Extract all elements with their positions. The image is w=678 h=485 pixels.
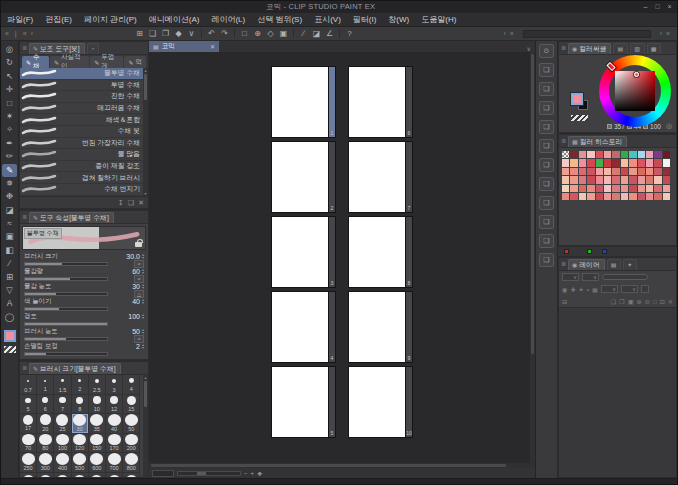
material-palette-manga-icon[interactable]: ❏ (539, 101, 554, 115)
color-swatch[interactable] (604, 176, 611, 183)
value-spinner[interactable]: ▴▾ (142, 343, 144, 350)
brush-stroke-preview[interactable]: 불투명 수채 (22, 226, 146, 250)
approx-color-tab[interactable]: ▦ (647, 43, 662, 54)
reselect-icon[interactable]: ⊕ (251, 29, 264, 38)
value-spinner[interactable]: ▴▾ (142, 298, 144, 305)
brush-size-cell[interactable]: 70 (20, 434, 37, 454)
brush-size-cell[interactable]: 80 (37, 434, 54, 454)
brush-size-cell[interactable]: 3 (106, 375, 123, 395)
color-swatch[interactable] (663, 185, 670, 192)
scroll-up-icon[interactable]: ▴ (143, 375, 148, 380)
color-slider-tab[interactable]: ▤ (613, 43, 628, 54)
brush-list-item[interactable]: 종이 재질 강조 (20, 161, 148, 173)
menu-item-4[interactable]: 레이어(L) (205, 13, 251, 27)
color-swatch[interactable] (654, 168, 661, 175)
brush-size-cell[interactable]: 30 (72, 414, 89, 434)
spinner-down-icon[interactable]: ▾ (142, 301, 144, 304)
brush-size-cell[interactable] (106, 473, 123, 478)
brush-list-item[interactable]: 수채 붓 (20, 126, 148, 138)
color-swatch[interactable] (604, 193, 611, 200)
color-swatch[interactable] (604, 159, 611, 166)
color-history-tab[interactable]: ▦컬러 히스토리 (568, 136, 627, 147)
brush-list-item[interactable]: 투명 수채 (20, 80, 148, 92)
zoom-slider[interactable] (177, 471, 241, 476)
panel-menu-icon[interactable]: ≣ (22, 363, 27, 374)
brush-size-cell[interactable]: 170 (106, 434, 123, 454)
color-swatch[interactable] (638, 168, 645, 175)
brush-size-cell[interactable]: 300 (37, 453, 54, 473)
color-swatch[interactable] (596, 159, 603, 166)
layer-lock-transparent-icon[interactable]: ▦ (592, 286, 598, 293)
color-swatch[interactable] (612, 176, 619, 183)
page-spine[interactable]: 1 (329, 66, 336, 138)
color-swatch[interactable] (562, 193, 569, 200)
brush-size-cell[interactable]: 8 (72, 395, 89, 415)
scroll-up-icon[interactable]: ▴ (143, 68, 148, 73)
color-swatch[interactable] (621, 176, 628, 183)
color-swatch[interactable] (604, 168, 611, 175)
canvas-settings-icon[interactable]: ⊞ (133, 29, 146, 38)
color-swatch[interactable] (621, 193, 628, 200)
brush-size-cell[interactable]: 700 (106, 453, 123, 473)
brush-size-cell[interactable]: 40 (106, 414, 123, 434)
brush-size-cell[interactable]: 400 (54, 453, 71, 473)
brush-size-cell[interactable] (54, 473, 71, 478)
material-palette-primitive-icon[interactable]: ❏ (539, 177, 554, 191)
color-swatch[interactable] (562, 185, 569, 192)
brush-size-cell[interactable] (72, 473, 89, 478)
color-swatch[interactable] (612, 159, 619, 166)
snap-ruler-icon[interactable]: ∕ (297, 29, 310, 38)
material-search-icon[interactable]: ⊙ (539, 44, 554, 58)
figure-tool[interactable]: ∕ (2, 257, 17, 270)
dock-arrow-icon[interactable]: » (666, 30, 670, 37)
dock-arrow-icon[interactable]: « (23, 30, 27, 38)
scrollbar-thumb[interactable] (144, 74, 147, 100)
color-mode-toggle-icon[interactable]: ◎ (666, 122, 672, 130)
slider-track[interactable] (24, 352, 108, 356)
color-wheel-tab[interactable]: ◉컬러써클 (568, 43, 611, 54)
value-spinner[interactable]: ▴▾ (142, 313, 144, 320)
color-swatch[interactable] (604, 185, 611, 192)
menu-item-8[interactable]: 창(W) (382, 13, 415, 27)
brush-size-cell[interactable] (37, 473, 54, 478)
color-swatch[interactable] (587, 151, 594, 158)
brush-size-cell[interactable]: 20 (37, 414, 54, 434)
new-layer-icon[interactable]: ❏ (611, 298, 617, 305)
value-spinner[interactable]: ▴▾ (142, 283, 144, 290)
color-swatch[interactable] (646, 185, 653, 192)
brush-list-item[interactable]: 물 많음 (20, 149, 148, 161)
color-swatch[interactable] (596, 185, 603, 192)
slider-track[interactable] (24, 292, 108, 296)
brush-size-cell[interactable]: 35 (89, 414, 106, 434)
color-swatch[interactable] (629, 176, 636, 183)
layer-lock-icon[interactable]: ▪ (587, 286, 589, 293)
page-thumbnail[interactable] (271, 66, 329, 138)
layer-list-empty[interactable] (559, 307, 676, 477)
dock-arrow-icon[interactable]: › (660, 30, 662, 37)
brush-size-cell[interactable]: 6 (37, 395, 54, 415)
page-thumbnail[interactable] (348, 141, 406, 213)
material-palette-image-icon[interactable]: ❏ (539, 120, 554, 134)
brush-size-cell[interactable]: 5 (20, 395, 37, 415)
brush-size-cell[interactable]: 4 (123, 375, 140, 395)
dock-arrow-icon[interactable]: « (5, 30, 9, 38)
brush-size-cell[interactable]: 1 (37, 375, 54, 395)
brush-size-cell[interactable]: 200 (123, 434, 140, 454)
material-palette-downloads-icon[interactable]: ❏ (539, 215, 554, 229)
color-swatch[interactable] (562, 168, 569, 175)
undo-icon[interactable]: ↶ (205, 29, 218, 38)
color-swatch[interactable] (654, 185, 661, 192)
lock-dropdown-icon[interactable]: ◆ (172, 29, 185, 38)
delete-subtool-icon[interactable]: ✕ (138, 199, 144, 207)
dropdown-caret-icon[interactable]: ∨ (185, 29, 198, 38)
scroll-down-icon[interactable]: ▾ (143, 191, 148, 196)
dock-arrow-icon[interactable]: ‹ (31, 30, 33, 38)
operation-tool[interactable]: ↖ (2, 70, 17, 83)
scrollbar-thumb[interactable] (531, 54, 534, 354)
gradient-tool[interactable]: ◧ (2, 244, 17, 257)
minimize-button[interactable]: – (640, 2, 651, 12)
menu-item-6[interactable]: 표시(V) (308, 13, 347, 27)
dock-arrow-icon[interactable]: ❘ (13, 30, 19, 38)
flow-line-tool[interactable]: ▽ (2, 284, 17, 297)
value-spinner[interactable]: ▴▾ (142, 328, 144, 335)
